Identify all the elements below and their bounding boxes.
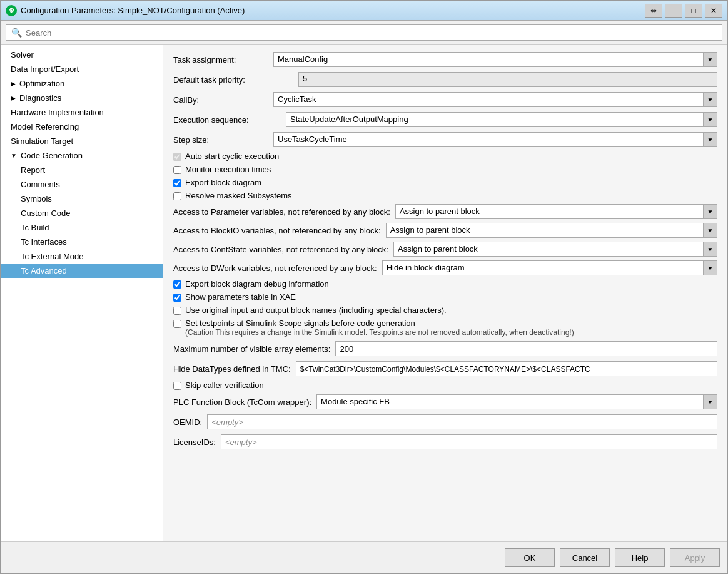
set-testpoints-label: Set testpoints at Simulink Scope signals… xyxy=(185,319,574,328)
comments-label: Comments xyxy=(21,180,60,189)
sidebar-item-tc-advanced[interactable]: Tc Advanced xyxy=(1,264,163,278)
resolve-masked-row: Resolve masked Subsystems xyxy=(173,191,717,200)
plc-fb-select[interactable]: Module specific FB ▼ xyxy=(316,394,717,409)
sidebar-item-solver[interactable]: Solver xyxy=(1,48,163,62)
oemid-field[interactable]: <empty> xyxy=(207,414,717,429)
oemid-value: <empty> xyxy=(211,418,243,427)
access-contstate-select[interactable]: Assign to parent block ▼ xyxy=(393,242,717,257)
sidebar-item-simulation-target[interactable]: Simulation Target xyxy=(1,134,163,148)
skip-caller-row: Skip caller verification xyxy=(173,381,717,390)
plc-fb-value: Module specific FB xyxy=(317,394,703,409)
optimization-arrow: ▶ xyxy=(11,80,16,87)
main-window: ⚙ Configuration Parameters: Simple_NOT/C… xyxy=(0,0,728,574)
set-testpoints-row: Set testpoints at Simulink Scope signals… xyxy=(173,319,717,337)
step-size-label: Step size: xyxy=(173,135,273,145)
access-contstate-value: Assign to parent block xyxy=(394,242,703,257)
resolve-masked-checkbox[interactable] xyxy=(173,192,181,200)
show-params-table-label: Show parameters table in XAE xyxy=(185,292,296,302)
report-label: Report xyxy=(21,165,45,175)
licenseids-field[interactable]: <empty> xyxy=(221,434,717,449)
export-debug-row: Export block diagram debug information xyxy=(173,279,717,289)
monitor-execution-label: Monitor execution times xyxy=(185,165,271,174)
access-dwork-value: Hide in block diagram xyxy=(383,260,703,275)
minimize-button[interactable]: ─ xyxy=(665,4,682,18)
callby-row: CallBy: CyclicTask ▼ xyxy=(173,91,717,108)
access-param-arrow-icon[interactable]: ▼ xyxy=(703,205,717,218)
sidebar-item-report[interactable]: Report xyxy=(1,163,163,177)
swap-button[interactable]: ⇔ xyxy=(645,4,662,18)
sidebar-item-comments[interactable]: Comments xyxy=(1,177,163,192)
search-input[interactable] xyxy=(26,28,717,38)
access-param-label: Access to Parameter variables, not refer… xyxy=(173,207,390,217)
sidebar-item-optimization[interactable]: ▶ Optimization xyxy=(1,76,163,91)
export-debug-label: Export block diagram debug information xyxy=(185,279,329,289)
plc-fb-arrow-icon[interactable]: ▼ xyxy=(703,395,717,409)
hide-datatypes-value: $<TwinCat3Dir>\CustomConfig\Modules\$<CL… xyxy=(300,365,590,374)
sidebar-item-model-referencing[interactable]: Model Referencing xyxy=(1,120,163,134)
maximize-button[interactable]: □ xyxy=(685,4,702,18)
cancel-button[interactable]: Cancel xyxy=(560,548,610,567)
callby-select[interactable]: CyclicTask ▼ xyxy=(273,92,717,107)
access-blockio-row: Access to BlockIO variables, not referen… xyxy=(173,223,717,238)
search-icon: 🔍 xyxy=(11,28,22,38)
sidebar-item-custom-code[interactable]: Custom Code xyxy=(1,206,163,220)
access-dwork-select[interactable]: Hide in block diagram ▼ xyxy=(382,260,717,275)
execution-sequence-select[interactable]: StateUpdateAfterOutputMapping ▼ xyxy=(286,112,717,127)
sidebar-item-symbols[interactable]: Symbols xyxy=(1,192,163,206)
sidebar-item-tc-build[interactable]: Tc Build xyxy=(1,220,163,235)
resolve-masked-label: Resolve masked Subsystems xyxy=(185,191,292,200)
help-button[interactable]: Help xyxy=(615,548,665,567)
skip-caller-label: Skip caller verification xyxy=(185,381,264,390)
access-param-value: Assign to parent block xyxy=(396,204,703,219)
export-debug-checkbox[interactable] xyxy=(173,280,181,289)
task-assignment-select[interactable]: ManualConfig ▼ xyxy=(273,52,717,67)
step-size-select[interactable]: UseTaskCycleTime ▼ xyxy=(273,132,717,147)
access-dwork-label: Access to DWork variables, not reference… xyxy=(173,264,377,273)
execution-sequence-arrow-icon[interactable]: ▼ xyxy=(703,113,717,126)
content-area: Solver Data Import/Export ▶ Optimization… xyxy=(1,44,727,541)
task-assignment-arrow-icon[interactable]: ▼ xyxy=(703,53,717,66)
licenseids-label: LicenseIDs: xyxy=(173,438,216,447)
access-dwork-arrow-icon[interactable]: ▼ xyxy=(703,261,717,275)
auto-start-cyclic-checkbox[interactable] xyxy=(173,153,181,161)
ok-button[interactable]: OK xyxy=(505,548,555,567)
access-param-select[interactable]: Assign to parent block ▼ xyxy=(395,204,717,219)
sidebar-item-tc-external-mode[interactable]: Tc External Mode xyxy=(1,249,163,264)
access-blockio-arrow-icon[interactable]: ▼ xyxy=(703,223,717,237)
data-import-export-label: Data Import/Export xyxy=(11,64,79,74)
tc-interfaces-label: Tc Interfaces xyxy=(21,237,67,247)
sidebar-item-tc-interfaces[interactable]: Tc Interfaces xyxy=(1,235,163,249)
hide-datatypes-field[interactable]: $<TwinCat3Dir>\CustomConfig\Modules\$<CL… xyxy=(296,361,717,376)
use-original-names-checkbox[interactable] xyxy=(173,307,181,315)
symbols-label: Symbols xyxy=(21,194,52,203)
export-block-diagram-checkbox[interactable] xyxy=(173,179,181,187)
max-array-value: 200 xyxy=(340,344,353,354)
bottom-bar: OK Cancel Help Apply xyxy=(1,541,727,573)
sidebar-item-hardware-implementation[interactable]: Hardware Implementation xyxy=(1,105,163,120)
hide-datatypes-row: Hide DataTypes defined in TMC: $<TwinCat… xyxy=(173,361,717,377)
access-contstate-row: Access to ContState variables, not refer… xyxy=(173,242,717,257)
close-button[interactable]: ✕ xyxy=(705,4,722,18)
skip-caller-checkbox[interactable] xyxy=(173,382,181,390)
sidebar-item-data-import-export[interactable]: Data Import/Export xyxy=(1,62,163,76)
access-blockio-select[interactable]: Assign to parent block ▼ xyxy=(386,223,717,238)
show-params-table-checkbox[interactable] xyxy=(173,294,181,302)
max-array-field[interactable]: 200 xyxy=(335,341,717,356)
custom-code-label: Custom Code xyxy=(21,208,70,218)
use-original-names-row: Use original input and output block name… xyxy=(173,305,717,315)
optimization-label: Optimization xyxy=(19,79,64,88)
sidebar-item-code-generation[interactable]: ▼ Code Generation xyxy=(1,148,163,163)
set-testpoints-checkbox[interactable] xyxy=(173,320,181,328)
default-priority-value: 5 xyxy=(298,72,717,87)
default-priority-label: Default task priority: xyxy=(173,75,298,85)
access-contstate-arrow-icon[interactable]: ▼ xyxy=(703,242,717,256)
window-controls: ⇔ ─ □ ✕ xyxy=(645,4,722,18)
apply-button[interactable]: Apply xyxy=(670,548,720,567)
sidebar-item-diagnostics[interactable]: ▶ Diagnostics xyxy=(1,91,163,105)
callby-label: CallBy: xyxy=(173,95,273,105)
access-param-row: Access to Parameter variables, not refer… xyxy=(173,204,717,219)
callby-arrow-icon[interactable]: ▼ xyxy=(703,93,717,106)
monitor-execution-checkbox[interactable] xyxy=(173,166,181,174)
tc-advanced-label: Tc Advanced xyxy=(21,266,67,275)
step-size-arrow-icon[interactable]: ▼ xyxy=(703,133,717,146)
